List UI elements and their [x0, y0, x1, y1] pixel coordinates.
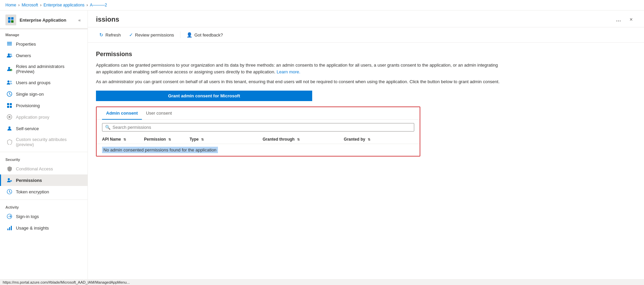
token-icon — [6, 189, 13, 195]
svg-rect-15 — [10, 103, 12, 105]
people-icon — [6, 52, 13, 58]
statusbar: https://ms.portal.azure.com/#blade/Micro… — [0, 279, 644, 285]
sidebar-item-owners[interactable]: Owners — [0, 50, 88, 61]
tab-admin-consent[interactable]: Admin consent — [102, 107, 142, 120]
sidebar-users-groups-label: Users and groups — [16, 80, 51, 85]
col-granted-by-label: Granted by — [344, 137, 365, 142]
permissions-desc1: Applications can be granted permissions … — [96, 62, 501, 75]
col-api-name[interactable]: API Name ⇅ — [97, 135, 139, 144]
sidebar-custom-security-label: Custom security attributes (preview) — [16, 137, 82, 147]
permissions-title: Permissions — [96, 51, 636, 58]
close-button[interactable]: × — [626, 15, 636, 24]
page-title: issions — [96, 16, 611, 23]
usage-icon — [6, 225, 13, 231]
breadcrumb-home[interactable]: Home — [5, 3, 16, 7]
learn-more-link[interactable]: Learn more. — [277, 69, 300, 74]
sidebar-item-permissions[interactable]: Permissions — [0, 174, 88, 186]
sidebar-properties-label: Properties — [16, 42, 36, 47]
review-permissions-button[interactable]: ✓ Review permissions — [126, 30, 178, 40]
toolbar: ↻ Refresh ✓ Review permissions 👤 Got fee… — [88, 27, 644, 43]
svg-rect-0 — [8, 17, 10, 20]
sidebar-signin-logs-label: Sign-in logs — [16, 214, 39, 219]
feedback-button[interactable]: 👤 Got feedback? — [183, 30, 226, 40]
svg-rect-28 — [11, 226, 12, 230]
app-avatar — [5, 15, 16, 25]
security-section-label: Security — [0, 154, 88, 163]
sidebar-item-properties[interactable]: Properties — [0, 38, 88, 50]
sidebar-item-conditional-access[interactable]: Conditional Access — [0, 163, 88, 174]
svg-point-7 — [8, 53, 10, 55]
svg-point-20 — [8, 126, 10, 128]
users-groups-icon — [6, 79, 13, 86]
sidebar-item-token-encryption[interactable]: Token encryption — [0, 186, 88, 197]
checkmark-icon: ✓ — [129, 32, 133, 38]
sidebar-item-provisioning[interactable]: Provisioning — [0, 100, 88, 111]
svg-point-11 — [7, 80, 9, 82]
sort-granted-through-icon: ⇅ — [297, 138, 300, 141]
content-area: issions ... × ↻ Refresh ✓ Review permiss… — [88, 10, 644, 279]
sidebar-divider-activity — [0, 199, 88, 200]
more-options-button[interactable]: ... — [613, 15, 624, 24]
search-icon: 🔍 — [105, 125, 110, 130]
statusbar-url: https://ms.portal.azure.com/#blade/Micro… — [3, 280, 130, 284]
sidebar-item-roles[interactable]: Roles and administrators (Preview) — [0, 61, 88, 77]
svg-rect-17 — [10, 106, 12, 108]
col-type[interactable]: Type ⇅ — [184, 135, 257, 144]
svg-rect-3 — [11, 20, 14, 23]
breadcrumb-sep-3: › — [86, 3, 88, 7]
svg-rect-1 — [11, 17, 14, 20]
sidebar-divider-security — [0, 152, 88, 152]
search-permissions-input[interactable] — [113, 125, 411, 130]
sidebar-item-users-groups[interactable]: Users and groups — [0, 77, 88, 88]
sidebar-item-app-proxy[interactable]: Application proxy — [0, 111, 88, 123]
svg-point-19 — [8, 116, 10, 118]
permissions-table: API Name ⇅ Permission ⇅ Type ⇅ — [97, 135, 420, 156]
col-permission[interactable]: Permission ⇅ — [139, 135, 184, 144]
list-icon — [6, 41, 13, 47]
feedback-label: Got feedback? — [194, 32, 223, 38]
svg-point-10 — [10, 69, 12, 71]
col-granted-through-label: Granted through — [263, 137, 295, 142]
table-empty-row: No admin consented permissions found for… — [97, 144, 420, 156]
sidebar-usage-insights-label: Usage & insights — [16, 225, 49, 231]
svg-point-8 — [10, 54, 12, 55]
sidebar-item-custom-security[interactable]: Custom security attributes (preview) — [0, 134, 88, 150]
sidebar-item-signin-logs[interactable]: Sign-in logs — [0, 211, 88, 222]
svg-rect-27 — [9, 227, 10, 230]
sort-api-name-icon: ⇅ — [123, 138, 126, 141]
prov-icon — [6, 102, 13, 109]
sidebar-item-sso[interactable]: Single sign-on — [0, 88, 88, 100]
breadcrumb-enterprise-apps[interactable]: Enterprise applications — [44, 3, 84, 7]
col-type-label: Type — [190, 137, 199, 142]
col-granted-by[interactable]: Granted by ⇅ — [339, 135, 420, 144]
no-data-cell: No admin consented permissions found for… — [97, 144, 420, 156]
sidebar-roles-label: Roles and administrators (Preview) — [16, 64, 82, 74]
sidebar-permissions-label: Permissions — [16, 178, 42, 183]
sidebar-owners-label: Owners — [16, 53, 31, 58]
svg-rect-2 — [8, 20, 10, 23]
breadcrumb: Home › Microsoft › Enterprise applicatio… — [0, 0, 644, 10]
toolbar-divider — [180, 31, 180, 38]
sidebar-item-self-service[interactable]: Self-service — [0, 123, 88, 134]
sidebar-sso-label: Single sign-on — [16, 92, 44, 97]
sidebar-header: Enterprise Application « — [0, 10, 88, 28]
breadcrumb-app[interactable]: A———2 — [90, 3, 107, 7]
sort-type-icon: ⇅ — [201, 138, 204, 141]
col-permission-label: Permission — [144, 137, 166, 142]
svg-point-12 — [10, 81, 12, 82]
tab-user-consent[interactable]: User consent — [142, 107, 176, 120]
consent-tabs: Admin consent User consent — [97, 107, 420, 120]
sidebar-token-encryption-label: Token encryption — [16, 189, 49, 194]
proxy-icon — [6, 114, 13, 120]
sidebar-app-title: Enterprise Application — [20, 18, 66, 23]
sidebar-collapse-btn[interactable]: « — [77, 16, 82, 24]
refresh-label: Refresh — [105, 32, 121, 38]
sidebar: Enterprise Application « Manage Properti… — [0, 10, 88, 279]
grant-admin-consent-button[interactable]: Grant admin consent for Microsoft — [96, 91, 312, 101]
breadcrumb-microsoft[interactable]: Microsoft — [22, 3, 38, 7]
col-granted-through[interactable]: Granted through ⇅ — [257, 135, 338, 144]
sidebar-item-usage-insights[interactable]: Usage & insights — [0, 222, 88, 234]
svg-point-23 — [11, 181, 11, 181]
refresh-button[interactable]: ↻ Refresh — [96, 30, 124, 40]
activity-section-label: Activity — [0, 202, 88, 211]
